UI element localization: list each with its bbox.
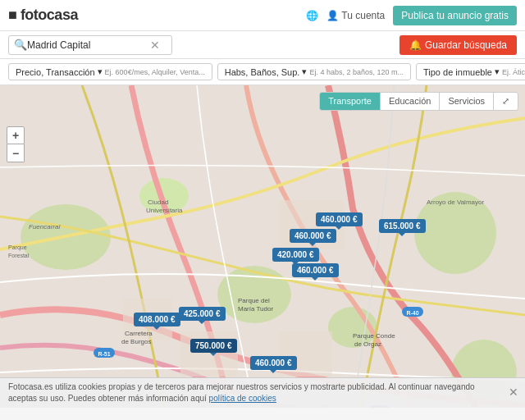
filter-tipo-label: Tipo de inmueble [423,67,492,77]
zoom-controls: + − [7,126,25,162]
searchbar: 🔍 ✕ 🔔 Guardar búsqueda [0,31,525,59]
price-marker-p1[interactable]: 460.000 € [316,212,363,226]
filter-precio-label: Precio, Transacción [16,67,95,77]
price-marker-p4[interactable]: 460.000 € [292,263,339,277]
logo-text: fotocasa [21,7,78,23]
filter-tipo-hint: Ej. Ático, Obra nueva... [502,68,525,76]
svg-text:R-51: R-51 [98,351,110,357]
publish-button[interactable]: Publica tu anuncio gratis [393,6,517,25]
chevron-down-icon-2: ▾ [302,66,307,77]
svg-text:María Tudor: María Tudor [238,305,273,313]
close-icon[interactable]: ✕ [509,385,518,401]
svg-point-2 [217,266,291,323]
tab-servicios[interactable]: Servicios [440,93,494,110]
globe-icon: 🌐 [306,10,318,21]
price-marker-p3[interactable]: 420.000 € [272,248,319,262]
search-input[interactable] [27,39,150,51]
filter-habs[interactable]: Habs, Baños, Sup. ▾ Ej. 4 habs, 2 baños,… [217,63,411,80]
price-marker-p7[interactable]: 425.000 € [179,307,226,321]
svg-text:Ciudad: Ciudad [148,199,168,206]
search-icon: 🔍 [14,39,27,51]
price-marker-p2[interactable]: 460.000 € [290,229,336,243]
price-marker-p10[interactable]: 460.000 € [250,356,297,370]
logo: ■ fotocasa [8,7,78,24]
svg-text:Parque: Parque [8,244,27,251]
save-search-label: Guardar búsqueda [425,39,507,51]
svg-text:Forestal: Forestal [8,253,30,258]
svg-text:R-40: R-40 [406,310,418,316]
map-tabs: Transporte Educación Servicios ⤢ [319,92,518,111]
price-marker-p5[interactable]: 615.000 € [379,219,426,233]
svg-text:Carretera: Carretera [125,330,153,337]
user-icon: 👤 [326,10,339,21]
price-marker-p6[interactable]: 408.000 € [134,313,180,326]
search-input-wrap[interactable]: 🔍 ✕ [8,35,172,55]
filter-precio[interactable]: Precio, Transacción ▾ Ej. 600€/mes, Alqu… [8,63,212,80]
language-selector[interactable]: 🌐 [306,10,318,21]
bell-icon: 🔔 [409,39,422,51]
chevron-down-icon: ▾ [98,66,103,77]
filter-tipo[interactable]: Tipo de inmueble ▾ Ej. Ático, Obra nueva… [416,63,525,80]
tab-expand[interactable]: ⤢ [494,93,518,110]
svg-text:Universitaria: Universitaria [146,207,183,214]
cookie-policy-link[interactable]: política de cookies [209,394,276,403]
close-icon[interactable]: ✕ [150,39,160,52]
header: ■ fotocasa 🌐 👤 Tu cuenta Publica tu anun… [0,0,525,31]
svg-text:Fuencarral: Fuencarral [29,223,60,231]
cookie-bar: Fotocasa.es utiliza cookies propias y de… [0,377,525,408]
svg-text:Parque del: Parque del [238,297,270,304]
cookie-text: Fotocasa.es utiliza cookies propias y de… [8,382,475,403]
filter-habs-label: Habs, Baños, Sup. [225,67,300,77]
svg-text:Arroyo de Valmayor: Arroyo de Valmayor [427,199,484,206]
tab-educacion[interactable]: Educación [381,93,440,110]
save-search-button[interactable]: 🔔 Guardar búsqueda [399,35,517,55]
svg-text:de Burgos: de Burgos [121,338,151,345]
logo-icon: ■ [8,7,21,23]
map-container[interactable]: R-51 R-51 R-40 R-40 Fuencarral Parque Fo… [0,85,525,408]
svg-text:Parque Conde: Parque Conde [353,332,395,340]
filter-habs-hint: Ej. 4 habs, 2 baños, 120 m... [309,68,404,76]
account-link[interactable]: 👤 Tu cuenta [326,10,385,21]
filters-bar: Precio, Transacción ▾ Ej. 600€/mes, Alqu… [0,59,525,85]
account-label: Tu cuenta [341,10,385,21]
tab-transporte[interactable]: Transporte [320,93,381,110]
zoom-in-button[interactable]: + [7,126,25,144]
price-marker-p8[interactable]: 750.000 € [190,339,237,353]
zoom-out-button[interactable]: − [7,144,25,162]
filter-precio-hint: Ej. 600€/mes, Alquiler, Venta... [105,68,205,76]
svg-text:de Orgaz: de Orgaz [354,340,381,348]
chevron-down-icon-3: ▾ [495,66,500,77]
